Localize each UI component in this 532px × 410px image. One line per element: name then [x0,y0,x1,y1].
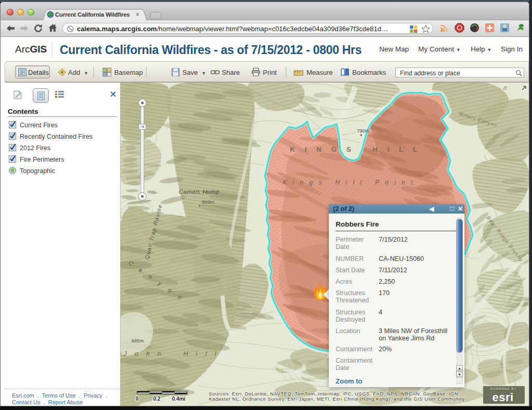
svg-text:K i n g s H i l l P o i n: K i n g s H i l l P o i n t [283,179,415,186]
svg-text:790m: 790m [357,128,369,134]
svg-text:685m: 685m [131,338,144,343]
svg-text:803m: 803m [202,199,215,205]
svg-text:POWERED BY: POWERED BY [490,387,517,390]
svg-text:Camels Hump: Camels Hump [179,189,219,195]
svg-text:0: 0 [136,396,139,402]
svg-text:J o h n H i l l: J o h n H i l l [123,350,219,358]
svg-text:0.4mi: 0.4mi [172,396,185,402]
svg-text:Kadaster NL, Ordnance Survey,: Kadaster NL, Ordnance Survey, Esri Japan… [209,396,464,402]
svg-text:K I N G S H I L L: K I N G S H I L L [290,146,421,153]
svg-text:0.2: 0.2 [153,396,161,402]
svg-text:esri: esri [492,391,513,404]
